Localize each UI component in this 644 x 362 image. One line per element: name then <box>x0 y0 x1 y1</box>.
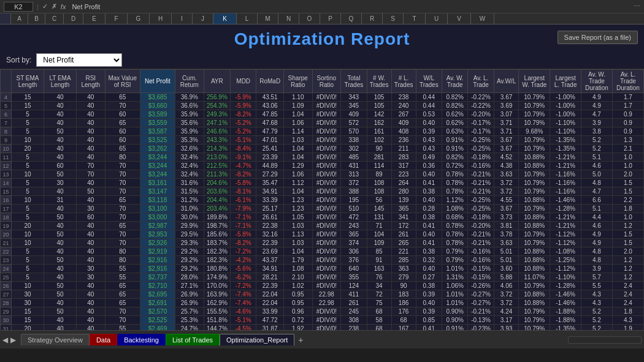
cell: 15 <box>12 307 44 316</box>
cell: 65 <box>105 93 140 102</box>
header-largest-w: LargestW. Trade <box>519 70 550 93</box>
save-report-button[interactable]: Save Report (as a file) <box>558 31 638 44</box>
row-number: 9 <box>1 136 12 145</box>
cell: 3.8 <box>581 127 613 136</box>
cell: 10 <box>12 196 44 205</box>
tab-strategy-overview[interactable]: Strategy Overview <box>21 334 90 345</box>
cell: 28.21 <box>256 273 284 282</box>
cell: 4.3 <box>581 290 613 299</box>
cell: 32.4% <box>175 170 204 179</box>
cell: 20 <box>12 325 44 331</box>
cell: 27.1% <box>175 282 204 290</box>
table-row: 235504080$2,91629.2%182.3%-4.2%43.371.79… <box>1 256 644 265</box>
row-number: 21 <box>1 239 12 247</box>
cell: 10.79% <box>519 307 550 316</box>
cell: -5.1% <box>231 136 256 145</box>
cell: 0.95 <box>283 290 312 299</box>
cell: 89 <box>367 170 391 179</box>
table-row: 3015404070$2,52525.3%151.8%-5.1%47.720.7… <box>1 316 644 325</box>
cell: 114 <box>367 162 391 170</box>
add-sheet-button[interactable]: + <box>294 335 307 345</box>
cell: 162 <box>367 119 391 127</box>
cell: -0.20% <box>468 110 494 119</box>
cell: #DIV/0! <box>312 265 341 273</box>
cell: 249.3% <box>204 110 230 119</box>
cell: -1.00% <box>550 102 581 110</box>
row-number: 18 <box>1 213 12 222</box>
row-number: 24 <box>1 265 12 273</box>
table-row: 245403055$2,91629.2%180.8%-5.6%34.911.08… <box>1 265 644 273</box>
cell: -1.16% <box>550 187 581 196</box>
cell: 1.8 <box>612 307 643 316</box>
cell: 72 <box>367 290 391 299</box>
menu-icon[interactable]: ⋯ <box>634 2 640 10</box>
cell: 4.9 <box>581 93 613 102</box>
cell: 68 <box>367 307 391 316</box>
cell: $3,660 <box>140 102 175 110</box>
cell: 4.7 <box>581 187 613 196</box>
tab-backtesting[interactable]: Backtesting <box>117 334 166 345</box>
cell: 355 <box>341 273 367 282</box>
row-number: 11 <box>1 153 12 162</box>
cell: 176 <box>391 307 416 316</box>
cell: #DIV/0! <box>312 162 341 170</box>
cell: -1.35% <box>550 145 581 153</box>
cell: 4.55 <box>494 196 519 205</box>
cell: 10.88% <box>519 290 550 299</box>
cell: 5 <box>12 187 44 196</box>
col-N: N <box>278 13 299 24</box>
cell: 1.09 <box>283 102 312 110</box>
cell: $2,691 <box>140 299 175 307</box>
cell: 211 <box>391 145 416 153</box>
cell: -1.12% <box>550 239 581 247</box>
cell: 1.04 <box>283 145 312 153</box>
header-avwl: Av.W/L <box>494 70 519 93</box>
cell: -0.15% <box>468 273 494 282</box>
sort-select[interactable]: Net ProfitSharpe RatioSortino RatioTotal… <box>36 53 122 67</box>
cell: 145 <box>367 205 391 213</box>
cell: 485 <box>341 153 367 162</box>
tab-data[interactable]: Data <box>90 334 117 345</box>
cell: 195 <box>341 196 367 205</box>
tab-optimization-report[interactable]: Optimization_Report <box>220 334 294 345</box>
cell: 261 <box>341 299 367 307</box>
formula-divider: | <box>37 3 39 10</box>
cell: 29.9% <box>175 222 204 230</box>
cell: 30 <box>76 205 105 213</box>
cell: 1.05 <box>283 213 312 222</box>
cell: -1.46% <box>550 290 581 299</box>
cell-ref-display: K2 <box>4 2 33 12</box>
tab-list-of-trades[interactable]: List of Trades <box>166 334 220 345</box>
nav-next-icon[interactable]: ▶ <box>10 336 16 344</box>
col-I: I <box>172 13 193 24</box>
col-L: L <box>237 13 258 24</box>
cell: 10 <box>12 136 44 145</box>
cell: 32.4% <box>175 162 204 170</box>
cell: 0.78% <box>442 230 467 239</box>
horizontal-scrollbar[interactable] <box>568 336 642 344</box>
cell: 1.0 <box>612 153 643 162</box>
cell: 10.79% <box>519 145 550 153</box>
cell: -5.8% <box>231 230 256 239</box>
cell: -8.2% <box>231 110 256 119</box>
cell: 0.79% <box>442 256 467 265</box>
cell: #DIV/0! <box>312 247 341 256</box>
cell: 0.72% <box>442 162 467 170</box>
cell: 365 <box>341 230 367 239</box>
cell: 189.8% <box>204 213 230 222</box>
cell: 3.71 <box>494 119 519 127</box>
row-number: 6 <box>1 110 12 119</box>
cell: 29.2% <box>175 265 204 273</box>
cell: 198.7% <box>204 222 230 230</box>
cell: 60 <box>105 136 140 145</box>
cell: 4.6 <box>581 222 613 230</box>
cell: 32.4% <box>175 153 204 162</box>
cell: 1.06 <box>283 119 312 127</box>
cell: -7.1% <box>231 222 256 230</box>
nav-prev-icon[interactable]: ◀ <box>2 336 8 344</box>
cell: 3.60 <box>494 265 519 273</box>
formula-func-icon: ✓ <box>42 2 48 10</box>
cell: 40 <box>44 119 76 127</box>
cell: 70 <box>105 179 140 187</box>
table-row: 75404065$3,55935.6%247.1%-5.2%47.681.06#… <box>1 119 644 127</box>
